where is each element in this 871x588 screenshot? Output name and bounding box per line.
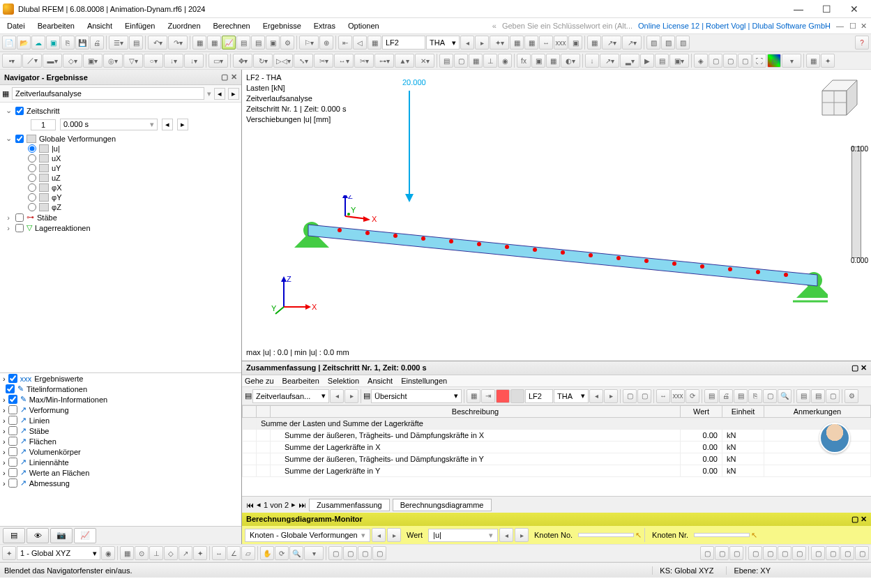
val-toggle-icon[interactable]: xxx	[671, 389, 685, 403]
area-icon[interactable]: ▱	[241, 546, 255, 560]
close-panel-icon[interactable]: ✕	[231, 73, 237, 82]
divide-icon[interactable]: ✂▾	[314, 54, 333, 68]
expand-icon[interactable]: ›	[4, 213, 13, 222]
linien-checkbox[interactable]	[8, 416, 17, 425]
pick-icon[interactable]: ↖	[635, 531, 642, 540]
opening-icon[interactable]: ◎▾	[103, 54, 123, 68]
table2-icon[interactable]: ▦	[207, 36, 221, 50]
line-icon[interactable]: ／▾	[22, 54, 42, 68]
nav-pan-icon[interactable]: ✋	[260, 546, 274, 560]
render2-icon[interactable]: ▢	[343, 546, 357, 560]
excel-icon[interactable]: ▤	[734, 389, 748, 403]
monitor-knoten-combo[interactable]: Knoten - Globale Verformungen ▾	[245, 529, 370, 542]
misc2-icon[interactable]: ▢	[715, 546, 729, 560]
summary-select[interactable]: Selektion	[328, 377, 359, 385]
align-icon[interactable]: ▤	[439, 54, 453, 68]
stabe-checkbox[interactable]	[15, 213, 24, 222]
results-step-icon[interactable]: ⇥	[481, 389, 495, 403]
transparency-icon[interactable]: ◐▾	[561, 54, 580, 68]
nav-prev-icon[interactable]: ◂	[214, 88, 225, 100]
help-icon[interactable]: ?	[855, 36, 869, 50]
view-deform-icon[interactable]: ↗▾	[602, 36, 621, 50]
mirror-icon[interactable]: ▷◁▾	[273, 54, 293, 68]
phix-radio[interactable]	[28, 183, 36, 192]
license-info[interactable]: Online License 12 | Robert Vogl | Dlubal…	[638, 22, 831, 30]
settings-icon[interactable]: ⚙	[845, 389, 858, 403]
maximize-button[interactable]: ☐	[812, 1, 840, 17]
render-icon[interactable]: ▣	[531, 54, 545, 68]
monitor-next2-icon[interactable]: ▸	[515, 528, 529, 542]
pager-first-icon[interactable]: ⏮	[246, 501, 254, 509]
new-icon[interactable]: 📄	[2, 36, 16, 50]
misc8-icon[interactable]: ▢	[811, 546, 825, 560]
monitor-prev1-icon[interactable]: ◂	[372, 528, 386, 542]
display-icon[interactable]: ▣	[568, 36, 582, 50]
summary-table[interactable]: Beschreibung Wert Einheit Anmerkungen Su…	[242, 405, 871, 496]
load-icon[interactable]: ↓▾	[164, 54, 183, 68]
summary-pin-icon[interactable]: ▢	[851, 363, 858, 372]
polar-icon[interactable]: ◉	[498, 54, 512, 68]
calc-params-icon[interactable]: ⚙	[280, 36, 294, 50]
phiz-radio[interactable]	[28, 203, 36, 211]
result-toggle-icon[interactable]: ▦	[368, 36, 381, 50]
view-y-icon[interactable]: ▢	[723, 54, 737, 68]
close-button[interactable]: ✕	[840, 1, 868, 17]
keyword-search[interactable]: Geben Sie ein Schlüsselwort ein (Alt...	[498, 22, 637, 30]
grid-icon[interactable]: ▦	[469, 54, 483, 68]
render4-icon[interactable]: ▢	[372, 546, 386, 560]
model-viewport[interactable]: LF2 - THA Lasten [kN] Zeitverlaufsanalys…	[242, 70, 871, 361]
menu-bearbeiten[interactable]: Bearbeiten	[32, 20, 80, 31]
copy-model-icon[interactable]: ⎘	[61, 36, 75, 50]
sync-icon[interactable]: ⟳	[686, 389, 699, 403]
block-icon[interactable]: ▣	[46, 36, 60, 50]
copy-icon[interactable]: ⎘	[748, 389, 762, 403]
intersect-icon[interactable]: ✕▾	[415, 54, 434, 68]
flachen-checkbox[interactable]	[8, 437, 17, 446]
manager-icon[interactable]: ☰▾	[109, 36, 128, 50]
misc3-icon[interactable]: ▢	[729, 546, 743, 560]
misc11-icon[interactable]: ▢	[855, 546, 869, 560]
summary-close-icon[interactable]: ✕	[861, 363, 867, 372]
redo-icon[interactable]: ↷▾	[168, 36, 188, 50]
monitor-next1-icon[interactable]: ▸	[387, 528, 401, 542]
undo-icon[interactable]: ↶▾	[148, 36, 167, 50]
addons-icon[interactable]: ⚐▾	[299, 36, 319, 50]
view1-icon[interactable]: ▤	[796, 389, 810, 403]
diagram-icon[interactable]: ▂▾	[620, 54, 639, 68]
summary-lc-combo[interactable]: LF2	[525, 389, 553, 403]
menu-ansicht[interactable]: Ansicht	[82, 20, 118, 31]
model-data-icon[interactable]: ▤	[129, 36, 143, 50]
misc1-icon[interactable]: ▢	[700, 546, 714, 560]
timestep-checkbox[interactable]	[15, 107, 24, 115]
sort-icon[interactable]: ▢	[637, 389, 651, 403]
move-icon[interactable]: ✥▾	[233, 54, 252, 68]
menu-berechnen[interactable]: Berechnen	[208, 20, 256, 31]
result-nav-first-icon[interactable]: ⇤	[338, 36, 352, 50]
save-icon[interactable]: 💾	[75, 36, 89, 50]
report-icon[interactable]: ▤	[655, 54, 669, 68]
solid-icon[interactable]: ▣▾	[83, 54, 103, 68]
clip-icon[interactable]: ▢	[763, 389, 777, 403]
monitor-wert-combo[interactable]: |u| ▾	[428, 529, 498, 542]
snap-icon[interactable]: ▢	[454, 54, 468, 68]
rotate-icon[interactable]: ↻▾	[253, 54, 273, 68]
lc-next-icon[interactable]: ▸	[475, 36, 489, 50]
palette-icon[interactable]: ▾	[782, 54, 801, 68]
polar-on-icon[interactable]: ✦	[193, 546, 207, 560]
overview-combo[interactable]: Übersicht▾	[371, 389, 462, 403]
grid-icon2[interactable]: ▦	[806, 54, 820, 68]
menu-zuordnen[interactable]: Zuordnen	[162, 20, 206, 31]
calculate-icon[interactable]: ▣	[266, 36, 280, 50]
ortho-icon[interactable]: ⊥	[483, 54, 497, 68]
view3-icon[interactable]: ▢	[826, 389, 840, 403]
loadcase-combo[interactable]: LF2	[382, 36, 425, 50]
menu-optionen[interactable]: Optionen	[342, 20, 385, 31]
wp-icon[interactable]: ◉	[101, 546, 115, 560]
misc9-icon[interactable]: ▢	[826, 546, 840, 560]
track-icon[interactable]: ↗	[179, 546, 192, 560]
color-icon[interactable]: ▣▾	[669, 54, 689, 68]
summary-goto[interactable]: Gehe zu	[245, 377, 274, 385]
extend-icon[interactable]: ↔▾	[334, 54, 354, 68]
monitor-knoten-nr-input[interactable]	[694, 533, 750, 537]
menu-datei[interactable]: Datei	[1, 20, 31, 31]
